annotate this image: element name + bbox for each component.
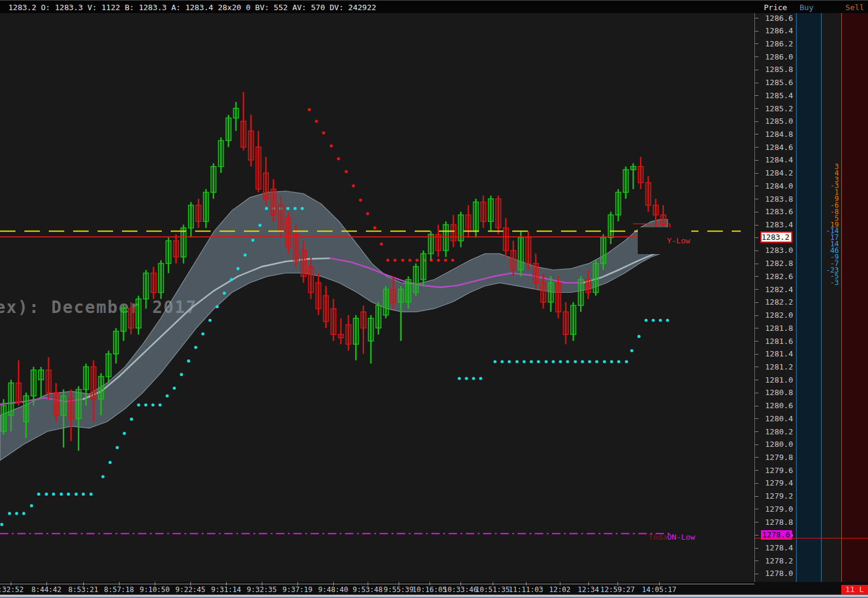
sar-dot-short [380,243,383,246]
sell-column-header[interactable]: Sell [845,3,864,12]
candlestick [368,315,373,364]
dom-price-ladder: 1286.61286.41286.21286.01285.81285.61285… [754,13,868,582]
today-low-label-text: Toda [648,533,667,541]
candlestick [151,267,156,299]
candlestick [616,189,621,221]
price-label: 1280.0 [760,440,793,449]
candlestick [481,196,485,228]
price-label: 1283.4 [760,220,793,229]
sar-dot-long [265,207,268,210]
price-label: 1286.0 [760,52,793,61]
candlestick [158,260,163,299]
sar-dot-long [137,403,140,406]
price-label: 1278.4 [760,543,793,552]
price-tick [755,315,759,316]
sar-dot-long [515,360,518,363]
price-label: 1282.2 [760,298,793,306]
sar-dot-long [123,432,126,435]
sar-dot-short [352,184,355,187]
price-label: 1278.0 [760,569,793,578]
price-label: 1281.0 [760,375,793,384]
price-tick [755,418,759,419]
price-label: 1285.4 [760,91,793,100]
candlestick [353,315,358,361]
price-label: 1279.2 [760,491,793,500]
sar-dot-long [258,224,261,227]
time-label: 12:59:27 [600,586,635,594]
price-chart[interactable] [0,13,754,582]
candlestick [196,199,200,228]
candlestick [421,251,425,286]
price-tick [755,574,759,574]
candlestick [256,131,261,192]
price-label: 1279.8 [760,453,793,462]
candlestick [361,305,366,353]
time-label: 8:44:42 [32,586,62,594]
price-tick [755,225,759,226]
sar-dot-long [67,493,70,496]
buy-column-header[interactable]: Buy [800,3,813,12]
price-tick [755,393,759,393]
sar-dot-long [37,493,40,496]
price-tick [755,406,759,406]
price-tick [755,380,759,380]
price-tick [755,367,759,367]
price-label: 1286.2 [760,39,793,48]
price-tick [755,95,759,96]
sar-dot-long [0,523,3,526]
sar-dot-short [322,132,325,134]
price-tick [755,496,759,497]
candlestick [474,199,478,237]
sar-dot-short [451,259,454,262]
price-tick [755,457,759,458]
sar-dot-long [507,360,510,363]
sar-dot-long [22,512,25,515]
candlestick [458,212,463,248]
sar-dot-long [251,239,254,242]
sar-dot-long [544,360,547,363]
sar-dot-long [165,395,168,397]
chart-area[interactable]: ex): December 2017 Y-Low TodaON-Low [0,13,754,582]
sar-dot-short [315,120,318,123]
horizontal-scrollbar[interactable] [0,594,868,598]
candlestick [211,163,216,199]
sar-dot-long [300,207,303,210]
price-tick [755,18,759,18]
price-tick [755,535,759,536]
price-tick [755,561,759,561]
candlestick [166,237,171,273]
sar-dot-long [637,335,640,338]
sar-dot-long [603,360,606,363]
sar-dot-short [344,170,347,173]
sar-dot-long [286,207,289,210]
sar-dot-long [201,332,204,335]
sar-dot-long [588,360,591,363]
sell-order-column[interactable] [841,13,868,582]
price-tick [755,302,759,303]
candlestick [271,180,275,222]
candlestick [339,318,343,344]
sar-dot-short [415,259,418,262]
sar-dot-long [493,360,496,363]
candlestick [518,231,523,276]
time-label: 9:10:50 [140,586,170,594]
sar-dot-long [472,377,475,380]
price-label: 1279.6 [760,466,793,475]
price-tick [755,199,759,199]
time-label: 8:57:18 [104,586,134,594]
sar-dot-long [574,360,576,363]
buy-order-column[interactable] [796,13,822,582]
candlestick [623,167,628,199]
sar-dot-long [130,418,133,421]
candlestick [383,286,388,318]
sar-dot-long [551,360,554,363]
time-label: 12:34 [578,586,599,594]
candlestick [488,196,493,231]
time-label: 9:22:45 [176,586,206,594]
candlestick [608,212,613,244]
price-tick [755,264,759,264]
sar-dot-short [337,157,340,160]
sar-dot-long [52,493,55,496]
candlestick [376,302,381,334]
sar-dot-long [158,403,161,406]
